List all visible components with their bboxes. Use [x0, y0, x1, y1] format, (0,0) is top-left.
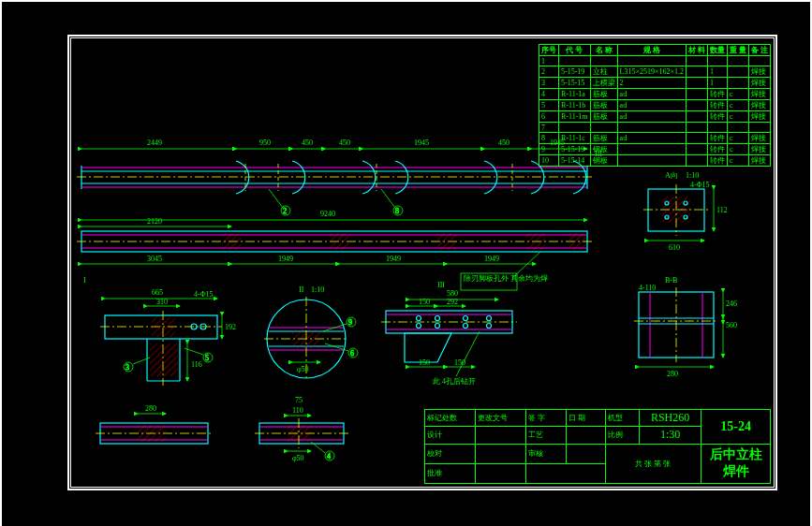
svg-text:8: 8	[395, 207, 399, 215]
mid-elevation: 92402120 3045194919491949 I 除刃脚板孔外 其余均为焊	[77, 210, 592, 290]
svg-point-111	[464, 324, 468, 329]
svg-text:9240: 9240	[320, 210, 335, 218]
svg-text:610: 610	[669, 243, 680, 252]
svg-point-106	[436, 316, 440, 321]
detail-a: 665310 4-Φ15192 116 5 3	[100, 288, 236, 386]
detail-circle: II1:10 φ50 6 9	[264, 285, 358, 381]
svg-point-107	[464, 316, 468, 321]
svg-point-109	[417, 324, 421, 329]
detail-d: 280	[96, 404, 213, 444]
svg-text:112: 112	[716, 206, 728, 214]
svg-text:950: 950	[259, 139, 271, 147]
svg-text:III: III	[437, 281, 445, 289]
side-view-b: B-B 280560246 4-110	[634, 276, 737, 378]
svg-rect-39	[437, 233, 456, 250]
svg-text:116: 116	[191, 360, 202, 369]
svg-text:B-B: B-B	[665, 276, 677, 285]
svg-text:1949: 1949	[484, 255, 499, 263]
svg-text:1949: 1949	[278, 255, 293, 263]
svg-point-105	[417, 316, 421, 321]
svg-text:150: 150	[419, 298, 430, 306]
svg-text:450: 450	[498, 139, 509, 147]
svg-text:4-Φ15: 4-Φ15	[194, 290, 214, 299]
detail-c: 580150292 150150 III 此 4孔后钻开	[381, 281, 517, 386]
svg-text:除刃脚板孔外 其余均为焊: 除刃脚板孔外 其余均为焊	[464, 274, 548, 283]
svg-text:4: 4	[327, 452, 331, 460]
svg-text:4-Φ15: 4-Φ15	[690, 181, 710, 189]
drawing-svg: 244995045045019454501945 III 2 8 9240212…	[2, 2, 812, 526]
svg-text:246: 246	[726, 300, 737, 308]
svg-rect-40	[526, 233, 545, 250]
svg-text:此 4孔后钻开: 此 4孔后钻开	[433, 377, 476, 386]
detail-e: 110φ50 75 4	[255, 396, 348, 462]
svg-text:1:10: 1:10	[311, 285, 324, 294]
svg-rect-37	[222, 233, 241, 250]
svg-text:150: 150	[454, 358, 465, 367]
svg-text:4-110: 4-110	[639, 284, 656, 292]
svg-point-112	[487, 324, 492, 329]
svg-text:280: 280	[667, 370, 678, 378]
svg-text:III: III	[595, 150, 602, 158]
svg-text:φ50: φ50	[292, 454, 304, 462]
svg-rect-64	[152, 317, 175, 337]
svg-rect-38	[330, 233, 348, 250]
svg-text:3045: 3045	[147, 255, 162, 263]
svg-text:2: 2	[283, 207, 287, 215]
svg-text:75: 75	[295, 396, 303, 404]
cad-viewport: 序号代 号名 称规 格材 料数量重 量备 注 1 25-15-19立柱L315×…	[0, 0, 812, 526]
svg-line-27	[269, 189, 283, 208]
svg-text:280: 280	[145, 404, 156, 413]
svg-text:9: 9	[348, 318, 352, 327]
svg-point-110	[436, 324, 440, 329]
svg-text:2120: 2120	[147, 217, 162, 226]
svg-text:580: 580	[447, 289, 458, 298]
svg-text:1949: 1949	[386, 255, 401, 263]
svg-text:310: 310	[156, 298, 168, 306]
svg-text:1945: 1945	[550, 139, 565, 147]
svg-text:560: 560	[726, 321, 737, 329]
svg-rect-65	[150, 343, 178, 376]
svg-rect-90	[292, 329, 320, 348]
svg-text:II: II	[299, 285, 304, 294]
svg-text:665: 665	[152, 288, 163, 297]
svg-text:2449: 2449	[147, 139, 162, 147]
top-elevation: 244995045045019454501945 III 2 8	[77, 139, 602, 215]
svg-text:192: 192	[225, 323, 236, 331]
svg-text:450: 450	[339, 139, 350, 147]
svg-text:1945: 1945	[414, 139, 429, 147]
side-view-a: A向1:10 610112 4-Φ15	[643, 171, 728, 252]
svg-text:6: 6	[350, 349, 354, 358]
svg-text:292: 292	[447, 298, 458, 306]
svg-text:450: 450	[302, 139, 313, 147]
svg-text:5: 5	[205, 354, 209, 362]
svg-rect-41	[568, 233, 585, 250]
svg-text:150: 150	[419, 358, 430, 367]
svg-text:A向: A向	[665, 171, 678, 180]
svg-text:φ50: φ50	[297, 365, 309, 373]
svg-text:3: 3	[125, 363, 129, 372]
svg-text:1:10: 1:10	[686, 171, 699, 180]
svg-text:110: 110	[292, 406, 303, 415]
svg-point-108	[487, 316, 492, 321]
svg-line-30	[381, 189, 395, 208]
svg-line-124	[456, 331, 480, 376]
svg-text:I: I	[83, 276, 86, 285]
